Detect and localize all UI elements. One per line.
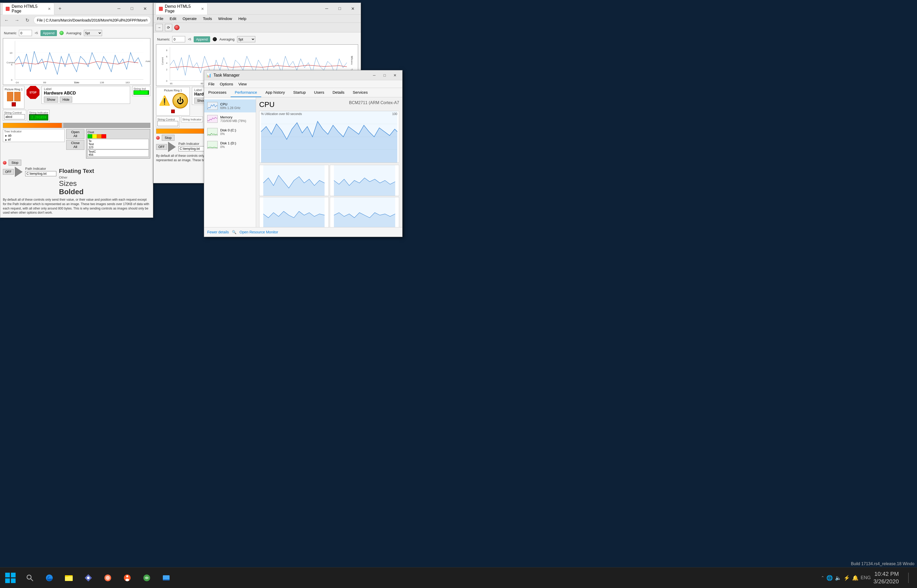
picture-ring-display-1 [5, 92, 23, 101]
tree-expand-ab[interactable]: ▶ [5, 134, 8, 137]
taskbar-app5[interactable] [99, 570, 117, 586]
tm-tab-users[interactable]: Users [310, 88, 328, 97]
menu-file[interactable]: File [155, 16, 165, 21]
browser1-forward[interactable]: → [13, 16, 21, 24]
tm-sidebar: CPU 69% 1.28 GHz Memory 733/939 MB (7 [204, 97, 256, 227]
menu-operate[interactable]: Operate [181, 16, 198, 21]
tm-tab-app-history[interactable]: App history [261, 88, 289, 97]
off-btn-2[interactable]: OFF [156, 144, 167, 150]
fewer-details-btn[interactable]: Fewer details [207, 229, 229, 235]
off-btn-1[interactable]: OFF [3, 169, 14, 175]
stop-sign-1: STOP [26, 86, 39, 99]
browser2-tab[interactable]: Demo HTML5 Page ✕ [155, 3, 207, 15]
browser1-content: Numeric <5 Append Averaging 5pt 10pt [0, 26, 153, 218]
taskbar-app7[interactable] [137, 570, 156, 586]
taskbar-systray: ⌃ 🌐 🔈 ⚡ 🔔 ENG [821, 575, 871, 581]
svg-rect-38 [207, 115, 218, 123]
tree-expand-ef[interactable]: ▶ [5, 138, 8, 141]
browser1-back[interactable]: ← [2, 16, 11, 24]
taskbar-app6[interactable] [118, 570, 136, 586]
browser1-tab-close[interactable]: ✕ [48, 7, 51, 11]
start-icon-q2 [11, 573, 16, 577]
browser1-close[interactable]: ✕ [139, 5, 151, 13]
taskbar-search[interactable] [21, 570, 39, 586]
taskbar-explorer[interactable] [60, 570, 78, 586]
browser1-minimize[interactable]: ─ [113, 5, 125, 13]
menu-edit[interactable]: Edit [168, 16, 178, 21]
browser2-nav2[interactable]: ⟳ [165, 24, 172, 31]
taskbar-clock[interactable]: 10:42 PM 3/26/2020 [873, 570, 899, 585]
tree-header-1: Tree Indicator [3, 129, 65, 133]
taskbar-edge[interactable] [40, 570, 58, 586]
tm-tab-startup[interactable]: Startup [289, 88, 310, 97]
browser2-nav1[interactable]: → [155, 24, 163, 31]
tm-sidebar-disk0[interactable]: Disk 0 (C:) 0% [204, 125, 256, 138]
numeric-input-2[interactable] [172, 36, 185, 42]
tm-tab-services[interactable]: Services [349, 88, 372, 97]
tm-menu-file[interactable]: File [206, 81, 217, 87]
string-ind-display-1: ████████ [134, 90, 149, 95]
tm-tab-performance[interactable]: Performance [231, 88, 261, 97]
cpu-chart-main: % Utilization over 60 seconds 100 [259, 111, 399, 163]
browser2-close[interactable]: ✕ [347, 5, 359, 13]
tm-maximize[interactable]: □ [379, 71, 390, 79]
systray-up-arrow[interactable]: ⌃ [821, 575, 824, 580]
taskbar-show-desktop[interactable] [901, 570, 914, 586]
string-control-input-1[interactable] [4, 114, 25, 120]
stop-btn-1[interactable]: Stop [8, 160, 21, 166]
browser1-maximize[interactable]: □ [126, 5, 138, 13]
browser2-maximize[interactable]: □ [334, 5, 346, 13]
tm-menu-view[interactable]: View [236, 81, 249, 87]
label-value-1: Hardware ABCD [44, 91, 128, 95]
tm-menu-options[interactable]: Options [217, 81, 236, 87]
off-play-row-1: OFF [3, 167, 23, 177]
cluster-test-1: TeTest123 [87, 139, 149, 149]
tm-disk1-detail: 0% [220, 145, 253, 149]
browser1-new-tab[interactable]: + [57, 5, 64, 13]
append-btn-2[interactable]: Append [194, 36, 210, 42]
menu-help[interactable]: Help [237, 16, 248, 21]
taskbar-app4[interactable] [79, 570, 97, 586]
taskbar: ⌃ 🌐 🔈 ⚡ 🔔 ENG 10:42 PM 3/26/2020 [0, 567, 917, 588]
language-btn[interactable]: ENG [860, 575, 871, 580]
tm-sidebar-cpu[interactable]: CPU 69% 1.28 GHz [204, 99, 256, 112]
tm-minimize[interactable]: ─ [369, 71, 379, 79]
svg-text:Average: Average [146, 60, 150, 63]
path-indicator-input-1[interactable] [25, 171, 57, 176]
browser2-tab-close[interactable]: ✕ [201, 7, 204, 11]
tm-close[interactable]: ✕ [390, 71, 400, 79]
close-all-btn-1[interactable]: Close All [66, 140, 84, 150]
browser1-tab[interactable]: Demo HTML5 Page ✕ [2, 3, 54, 15]
menu-window[interactable]: Window [217, 16, 233, 21]
avg-select-2[interactable]: 5pt 10pt [237, 36, 255, 42]
start-button[interactable] [3, 570, 18, 586]
browser2-minimize[interactable]: ─ [321, 5, 333, 13]
progress-bar-fill-1 [3, 123, 62, 128]
browser2-red-dot[interactable] [174, 25, 180, 30]
browser1-refresh[interactable]: ↻ [23, 16, 31, 24]
show-btn-1[interactable]: Show [44, 97, 58, 103]
dark-led-2 [213, 37, 217, 41]
append-btn-1[interactable]: Append [40, 30, 57, 36]
menu-tools[interactable]: Tools [201, 16, 213, 21]
open-all-btn-1[interactable]: Open All [66, 129, 84, 139]
numeric-input-1[interactable] [19, 30, 32, 36]
tm-tab-details[interactable]: Details [328, 88, 349, 97]
svg-point-66 [126, 575, 128, 577]
avg-select-1[interactable]: 5pt 10pt [84, 30, 102, 36]
string-control-input-2[interactable] [157, 121, 178, 126]
browser1-address[interactable] [34, 16, 151, 24]
play-btn-2[interactable] [168, 142, 176, 152]
open-resource-monitor-link[interactable]: Open Resource Monitor [239, 230, 278, 234]
browser1-toolbar: ← → ↻ [0, 15, 153, 26]
picture-ring-1: Picture Ring 1 [3, 86, 24, 109]
stop-btn-2[interactable]: Stop [162, 135, 175, 141]
tm-sidebar-memory[interactable]: Memory 733/939 MB (78%) [204, 112, 256, 125]
string-ind-box-1: String Ind ████████ [132, 86, 150, 96]
play-btn-1[interactable] [15, 167, 23, 177]
tm-tab-processes[interactable]: Processes [204, 88, 231, 97]
tm-memory-name: Memory [220, 115, 253, 119]
hide-btn-1[interactable]: Hide [60, 97, 73, 103]
tm-sidebar-disk1[interactable]: Disk 1 (D:) 0% [204, 138, 256, 151]
taskbar-app8[interactable] [157, 570, 175, 586]
